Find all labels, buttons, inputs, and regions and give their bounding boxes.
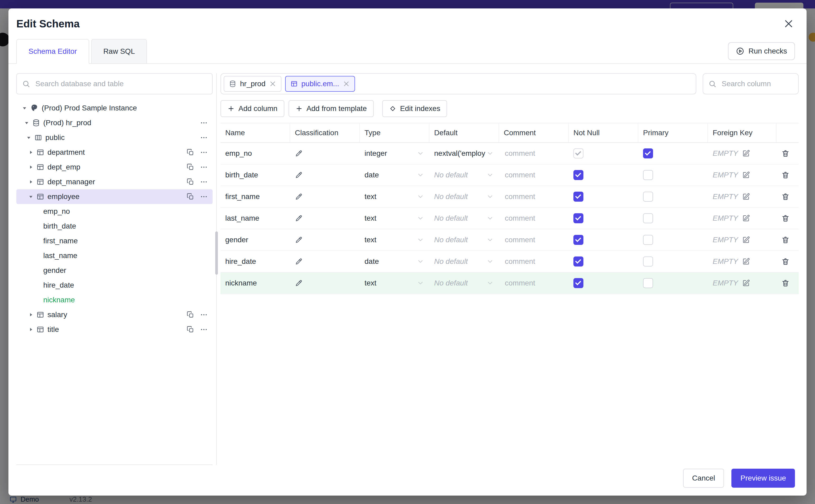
primary-checkbox[interactable] <box>643 278 653 288</box>
more-actions-icon[interactable] <box>200 163 208 171</box>
copy-icon[interactable] <box>187 311 194 318</box>
tree-item-column-first-name[interactable]: first_name <box>16 234 212 248</box>
copy-icon[interactable] <box>187 193 194 200</box>
primary-checkbox[interactable] <box>643 192 653 202</box>
default-select[interactable]: No default <box>430 186 499 207</box>
not-null-checkbox[interactable] <box>574 256 584 266</box>
more-actions-icon[interactable] <box>200 311 208 319</box>
tree-item-table-salary[interactable]: salary <box>16 307 212 322</box>
caret-right-icon[interactable] <box>27 179 34 185</box>
column-name-value[interactable]: birth_date <box>220 164 290 186</box>
foreign-key-edit-icon[interactable] <box>742 214 750 222</box>
default-select[interactable]: No default <box>430 251 499 272</box>
not-null-checkbox[interactable] <box>574 235 584 245</box>
delete-column-icon[interactable] <box>781 214 790 222</box>
tree-item-instance[interactable]: (Prod) Prod Sample Instance <box>16 101 212 115</box>
caret-right-icon[interactable] <box>27 149 34 156</box>
caret-down-icon[interactable] <box>27 193 34 200</box>
classification-edit-icon[interactable] <box>295 279 303 287</box>
tree-item-column-gender[interactable]: gender <box>16 263 212 278</box>
run-checks-button[interactable]: Run checks <box>728 42 795 60</box>
caret-down-icon[interactable] <box>23 120 30 126</box>
comment-input[interactable] <box>504 149 569 158</box>
default-select[interactable]: No default <box>430 273 499 294</box>
tab-raw-sql[interactable]: Raw SQL <box>91 39 147 64</box>
primary-checkbox[interactable] <box>643 256 653 266</box>
delete-column-icon[interactable] <box>781 257 790 266</box>
tree-item-column-nickname[interactable]: nickname <box>16 293 212 307</box>
foreign-key-edit-icon[interactable] <box>742 193 750 201</box>
delete-column-icon[interactable] <box>781 171 790 179</box>
panel-divider[interactable] <box>212 73 220 465</box>
more-actions-icon[interactable] <box>200 148 208 156</box>
foreign-key-edit-icon[interactable] <box>742 149 750 157</box>
close-chip-icon[interactable] <box>343 80 350 87</box>
not-null-checkbox[interactable] <box>574 170 584 180</box>
delete-column-icon[interactable] <box>781 236 790 244</box>
type-select[interactable]: date <box>360 251 430 272</box>
comment-input[interactable] <box>504 257 569 266</box>
panel-resize-handle[interactable] <box>215 231 218 275</box>
tree-item-schema-public[interactable]: public <box>16 130 212 145</box>
copy-icon[interactable] <box>187 163 194 171</box>
classification-edit-icon[interactable] <box>295 214 303 222</box>
tree-item-table-dept-manager[interactable]: dept_manager <box>16 175 212 189</box>
default-select[interactable]: No default <box>430 229 499 250</box>
caret-right-icon[interactable] <box>27 326 34 333</box>
type-select[interactable]: text <box>360 273 430 294</box>
tree-item-table-department[interactable]: department <box>16 145 212 160</box>
comment-input[interactable] <box>504 170 569 180</box>
tab-schema-editor[interactable]: Schema Editor <box>16 39 89 64</box>
primary-checkbox[interactable] <box>643 235 653 245</box>
classification-edit-icon[interactable] <box>295 171 303 179</box>
more-actions-icon[interactable] <box>200 178 208 186</box>
tree-search-input[interactable] <box>34 79 207 89</box>
add-column-button[interactable]: Add column <box>220 100 284 117</box>
tree-item-table-title[interactable]: title <box>16 322 212 337</box>
tree-item-table-dept-emp[interactable]: dept_emp <box>16 160 212 175</box>
default-select[interactable]: No default <box>430 164 499 186</box>
default-select[interactable]: nextval('employ <box>430 143 499 164</box>
classification-edit-icon[interactable] <box>295 236 303 244</box>
foreign-key-edit-icon[interactable] <box>742 258 750 265</box>
delete-column-icon[interactable] <box>781 192 790 201</box>
default-select[interactable]: No default <box>430 208 499 229</box>
classification-edit-icon[interactable] <box>295 193 303 201</box>
tree-item-column-emp-no[interactable]: emp_no <box>16 204 212 219</box>
copy-icon[interactable] <box>187 326 194 333</box>
column-name-value[interactable]: emp_no <box>220 143 290 164</box>
caret-down-icon[interactable] <box>25 134 32 141</box>
comment-input[interactable] <box>504 214 569 223</box>
more-actions-icon[interactable] <box>200 193 208 201</box>
classification-edit-icon[interactable] <box>295 258 303 265</box>
more-actions-icon[interactable] <box>200 134 208 142</box>
copy-icon[interactable] <box>187 178 194 186</box>
primary-checkbox[interactable] <box>643 170 653 180</box>
not-null-checkbox[interactable] <box>574 192 584 202</box>
primary-checkbox[interactable] <box>643 148 653 158</box>
comment-input[interactable] <box>504 192 569 201</box>
tree-item-database-hr-prod[interactable]: (Prod) hr_prod <box>16 115 212 130</box>
more-actions-icon[interactable] <box>200 119 208 127</box>
classification-edit-icon[interactable] <box>295 149 303 157</box>
tree-item-column-birth-date[interactable]: birth_date <box>16 219 212 234</box>
caret-down-icon[interactable] <box>21 105 28 111</box>
column-name-value[interactable]: first_name <box>220 186 290 207</box>
comment-input[interactable] <box>504 278 569 288</box>
chip-database-hr-prod[interactable]: hr_prod <box>224 76 281 92</box>
foreign-key-edit-icon[interactable] <box>742 279 750 287</box>
comment-input[interactable] <box>504 235 569 245</box>
type-select[interactable]: text <box>360 229 430 250</box>
tree-item-column-last-name[interactable]: last_name <box>16 248 212 263</box>
cancel-button[interactable]: Cancel <box>683 469 724 488</box>
column-name-value[interactable]: hire_date <box>220 251 290 272</box>
foreign-key-edit-icon[interactable] <box>742 236 750 244</box>
not-null-checkbox[interactable] <box>574 278 584 288</box>
caret-right-icon[interactable] <box>27 164 34 170</box>
close-chip-icon[interactable] <box>269 80 276 87</box>
preview-issue-button[interactable]: Preview issue <box>731 469 795 488</box>
column-name-value[interactable]: last_name <box>220 208 290 229</box>
chip-table-public-employee[interactable]: public.em... <box>285 76 355 92</box>
close-icon[interactable] <box>781 16 796 31</box>
type-select[interactable]: text <box>360 186 430 207</box>
